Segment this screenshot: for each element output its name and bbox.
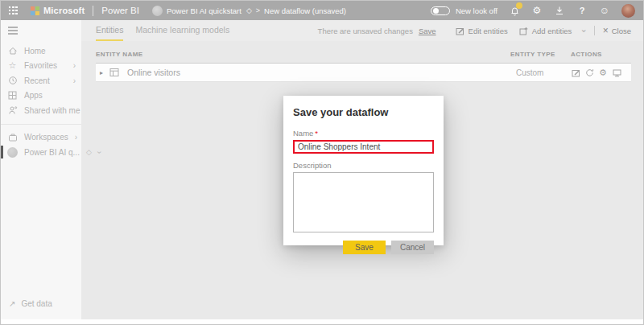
cancel-button[interactable]: Cancel <box>391 241 434 254</box>
entities-table-header: ENTITY NAME ENTITY TYPE ACTIONS <box>96 51 631 64</box>
workspaces-icon <box>7 133 18 142</box>
premium-diamond-icon: ◇ <box>246 6 252 14</box>
breadcrumb-page: New dataflow (unsaved) <box>264 6 346 15</box>
sidebar-item-shared-with-me[interactable]: Shared with me <box>1 103 81 118</box>
dialog-title: Save your dataflow <box>293 106 434 118</box>
person-icon <box>7 105 18 115</box>
arrow-up-right-icon: ↗ <box>9 299 15 308</box>
sidebar-label: Power BI AI q... <box>24 148 80 157</box>
microsoft-logo-icon <box>31 6 39 15</box>
properties-icon[interactable] <box>612 68 621 77</box>
add-entities-dropdown-chevron[interactable]: › <box>583 27 585 35</box>
scheduled-refresh-gear-icon[interactable]: ⚙ <box>598 68 608 77</box>
left-navigation-sidebar: Home ☆ Favorites › Recent › <box>1 20 81 319</box>
feedback-smiley-icon[interactable]: ☺ <box>599 5 610 16</box>
unsaved-changes-text: There are unsaved changes <box>318 27 413 35</box>
entity-type: Custom <box>510 68 571 77</box>
breadcrumb-workspace[interactable]: Power BI AI quickstart <box>167 6 242 15</box>
description-textarea[interactable] <box>293 172 434 232</box>
expand-caret-icon[interactable]: ▸ <box>100 69 103 76</box>
chevron-down-icon[interactable]: › <box>98 148 101 157</box>
sidebar-item-apps[interactable]: Apps <box>1 88 81 104</box>
edit-entities-label: Edit entities <box>469 27 508 35</box>
user-avatar[interactable] <box>621 4 635 18</box>
name-field-label: Name* <box>293 129 434 138</box>
sidebar-item-workspaces[interactable]: Workspaces › <box>1 130 81 146</box>
workspace-avatar-icon <box>152 6 163 16</box>
topbar-divider <box>93 6 93 16</box>
header-actions: ACTIONS <box>571 51 631 58</box>
waffle-menu-icon[interactable] <box>9 6 18 15</box>
edit-icon <box>456 27 464 35</box>
header-entity-name: ENTITY NAME <box>96 51 510 58</box>
save-link[interactable]: Save <box>419 27 436 35</box>
sidebar-label: Favorites <box>24 61 57 70</box>
dataflow-name-input[interactable] <box>293 140 434 154</box>
notification-badge <box>516 2 522 9</box>
microsoft-wordmark: Microsoft <box>43 6 85 15</box>
star-icon: ☆ <box>7 60 18 71</box>
sidebar-label: Recent <box>24 76 50 85</box>
sidebar-item-recent[interactable]: Recent › <box>1 73 81 88</box>
breadcrumb: Power BI AI quickstart ◇ > New dataflow … <box>152 6 346 16</box>
add-entities-button[interactable]: Add entities <box>519 27 572 35</box>
close-button[interactable]: × Close <box>603 26 631 35</box>
workspace-app-icon <box>7 147 18 158</box>
sidebar-label: Home <box>24 47 46 56</box>
save-button[interactable]: Save <box>343 241 386 254</box>
refresh-icon[interactable] <box>584 68 594 77</box>
tab-machine-learning-models[interactable]: Machine learning models <box>135 20 229 41</box>
sidebar-label: Shared with me <box>24 106 80 115</box>
notifications-icon[interactable] <box>509 5 520 16</box>
get-data-label: Get data <box>21 299 52 308</box>
toolbar-right-actions: There are unsaved changes Save Edit enti… <box>318 26 633 35</box>
entity-table-icon <box>109 68 119 77</box>
chevron-right-icon[interactable]: › <box>73 76 76 85</box>
topbar-actions: New look off ⚙ ? ☺ <box>431 4 635 18</box>
power-bi-app: Microsoft Power BI Power BI AI quickstar… <box>0 0 644 325</box>
sidebar-label: Apps <box>24 91 43 100</box>
product-name: Power BI <box>101 6 139 15</box>
settings-gear-icon[interactable]: ⚙ <box>531 5 543 16</box>
add-entity-icon <box>519 27 528 35</box>
help-icon[interactable]: ? <box>576 5 588 16</box>
sidebar-item-current-workspace[interactable]: Power BI AI q... ◇ › <box>1 145 81 160</box>
dataflow-toolbar: Entities Machine learning models There a… <box>81 20 643 41</box>
entity-actions: ⚙ <box>571 68 631 77</box>
tab-entities[interactable]: Entities <box>96 20 123 41</box>
selected-indicator <box>1 146 3 158</box>
bottom-strip <box>1 319 643 324</box>
chevron-right-icon[interactable]: › <box>73 61 76 70</box>
new-look-toggle[interactable] <box>431 6 450 15</box>
edit-entity-icon[interactable] <box>571 68 580 77</box>
sidebar-label: Workspaces <box>24 133 68 142</box>
add-entities-label: Add entities <box>532 27 572 35</box>
sidebar-item-favorites[interactable]: ☆ Favorites › <box>1 59 81 74</box>
apps-grid-icon <box>7 91 18 100</box>
close-icon: × <box>603 26 609 35</box>
toolbar-divider <box>594 26 595 35</box>
home-icon <box>7 46 18 56</box>
download-icon[interactable] <box>554 5 565 16</box>
close-label: Close <box>612 27 631 35</box>
edit-entities-button[interactable]: Edit entities <box>456 27 508 35</box>
hamburger-menu-icon[interactable] <box>8 27 18 36</box>
breadcrumb-separator: > <box>256 6 260 14</box>
entity-name: Online visitors <box>127 68 180 77</box>
required-asterisk: * <box>315 129 318 138</box>
save-dataflow-dialog: Save your dataflow Name* Description Sav… <box>283 96 444 245</box>
chevron-right-icon[interactable]: › <box>75 133 77 142</box>
top-navigation-bar: Microsoft Power BI Power BI AI quickstar… <box>1 1 643 20</box>
get-data-button[interactable]: ↗ Get data <box>1 299 81 319</box>
clock-icon <box>7 76 18 85</box>
dialog-buttons: Save Cancel <box>293 241 434 254</box>
description-field-label: Description <box>293 161 434 170</box>
sidebar-item-home[interactable]: Home <box>1 43 81 59</box>
table-row[interactable]: ▸ Online visitors Custom <box>96 64 631 82</box>
new-look-label: New look off <box>456 6 497 15</box>
header-entity-type: ENTITY TYPE <box>510 51 571 58</box>
sidebar-divider <box>1 124 81 125</box>
premium-diamond-icon: ◇ <box>86 148 92 156</box>
